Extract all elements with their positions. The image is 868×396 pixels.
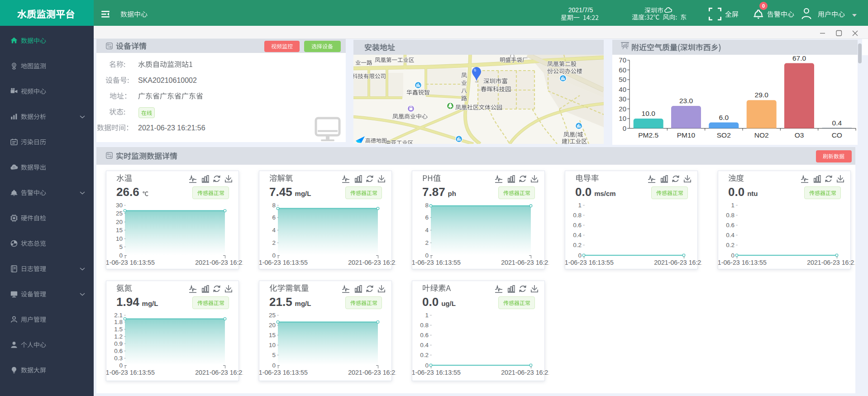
svg-text:2021-06-23 16:21:56: 2021-06-23 16:21:56 [195,369,243,376]
svg-text:6: 6 [272,214,276,221]
svg-text:5: 5 [119,243,123,250]
svg-text:0: 0 [578,252,582,259]
svg-text:29.0: 29.0 [755,91,769,99]
svg-text:0.4: 0.4 [726,232,734,239]
svg-text:0: 0 [425,252,429,259]
svg-text:20: 20 [619,105,626,113]
svg-text:6: 6 [425,214,429,221]
svg-text:2021-06-23 16:21:56: 2021-06-23 16:21:56 [348,369,396,376]
svg-text:60: 60 [619,66,626,74]
svg-text:0: 0 [623,124,626,132]
svg-text:0.3: 0.3 [114,355,123,362]
svg-text:2021-06-23 16:13:55: 2021-06-23 16:13:55 [412,259,461,266]
svg-text:1: 1 [731,202,734,209]
svg-text:2021-06-23 16:13:55: 2021-06-23 16:13:55 [259,259,308,266]
svg-text:50: 50 [619,76,626,83]
svg-text:0.6: 0.6 [114,348,123,354]
svg-text:0: 0 [425,362,429,369]
svg-text:2021-06-23 16:21:56: 2021-06-23 16:21:56 [807,259,855,266]
svg-text:0: 0 [731,252,734,259]
svg-text:0.8: 0.8 [573,212,582,219]
svg-text:0: 0 [119,362,123,369]
svg-text:2021-06-23 16:21:56: 2021-06-23 16:21:56 [348,259,396,266]
svg-text:0.6: 0.6 [420,332,429,339]
svg-text:2021-06-23 16:13:55: 2021-06-23 16:13:55 [106,259,155,266]
svg-text:30: 30 [619,95,626,103]
svg-text:2021-06-23 16:13:55: 2021-06-23 16:13:55 [412,369,461,376]
svg-text:0.2: 0.2 [726,242,734,248]
svg-text:23.0: 23.0 [679,97,693,105]
svg-text:1.8: 1.8 [114,319,123,325]
svg-text:8: 8 [425,202,429,209]
svg-text:2: 2 [425,239,429,246]
svg-text:0.2: 0.2 [573,242,582,248]
svg-text:67.0: 67.0 [792,54,806,62]
svg-text:10: 10 [116,235,123,242]
svg-text:1: 1 [578,202,582,209]
svg-text:0: 0 [272,362,276,369]
svg-text:0.6: 0.6 [726,222,734,229]
svg-text:1: 1 [425,312,429,319]
svg-text:20: 20 [116,219,123,225]
svg-text:5: 5 [272,352,276,358]
svg-text:PM10: PM10 [677,131,696,139]
svg-text:25: 25 [269,312,276,319]
svg-text:0.4: 0.4 [832,119,842,127]
svg-text:1.2: 1.2 [114,333,123,340]
svg-text:0.4: 0.4 [573,232,582,239]
svg-text:1.5: 1.5 [114,326,123,333]
svg-text:2.1: 2.1 [114,312,123,319]
svg-text:20: 20 [269,322,276,329]
svg-text:10.0: 10.0 [642,110,656,117]
svg-text:0.6: 0.6 [573,222,582,229]
svg-text:4: 4 [272,227,276,234]
svg-text:NO2: NO2 [754,131,769,139]
svg-text:6.0: 6.0 [719,114,729,121]
svg-text:15: 15 [116,227,123,234]
svg-text:8: 8 [272,202,276,209]
svg-text:0.9: 0.9 [114,340,123,347]
svg-text:2021-06-23 16:13:55: 2021-06-23 16:13:55 [259,369,308,376]
svg-text:2021-06-23 16:13:55: 2021-06-23 16:13:55 [718,259,767,266]
svg-text:30: 30 [116,202,123,209]
svg-text:0: 0 [272,252,276,259]
svg-text:2021-06-23 16:13:55: 2021-06-23 16:13:55 [565,259,614,266]
svg-text:10: 10 [269,342,276,348]
svg-text:40: 40 [619,86,626,93]
svg-text:15: 15 [269,332,276,339]
svg-text:SO2: SO2 [717,131,731,139]
svg-text:CO: CO [832,131,842,139]
svg-text:2021-06-23 16:21:56: 2021-06-23 16:21:56 [501,259,549,266]
svg-text:0.2: 0.2 [420,352,429,358]
svg-text:0.8: 0.8 [420,322,429,329]
svg-text:2021-06-23 16:21:56: 2021-06-23 16:21:56 [654,259,702,266]
svg-text:PM2.5: PM2.5 [638,131,658,139]
svg-text:0.8: 0.8 [726,212,734,219]
svg-text:2021-06-23 16:21:56: 2021-06-23 16:21:56 [501,369,549,376]
svg-text:25: 25 [116,210,123,217]
svg-text:2021-06-23 16:21:56: 2021-06-23 16:21:56 [195,259,243,266]
svg-text:2021-06-23 16:13:55: 2021-06-23 16:13:55 [106,369,155,376]
svg-text:4: 4 [425,227,429,234]
svg-text:2: 2 [272,239,276,246]
svg-text:O3: O3 [795,131,804,139]
svg-text:10: 10 [619,115,626,122]
svg-text:70: 70 [619,56,626,64]
svg-text:0: 0 [119,252,123,259]
svg-text:0.4: 0.4 [420,342,429,348]
